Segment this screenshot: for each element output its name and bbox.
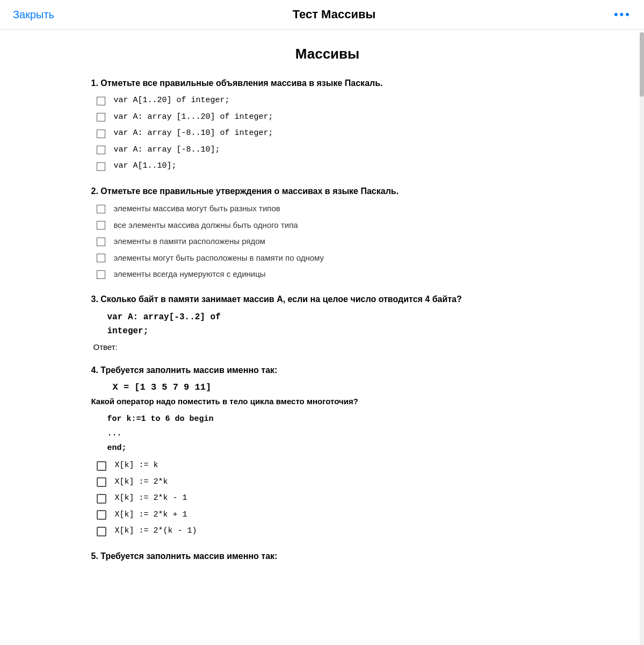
app-header: Закрыть Тест Массивы ••• <box>0 0 644 30</box>
question-5: 5. Требуется заполнить массив именно так… <box>91 550 564 562</box>
question-2-text: 2. Отметьте все правильные утверждения о… <box>91 185 564 197</box>
checkbox-q1o2[interactable] <box>97 113 105 121</box>
option-label: X[k] := 2*k - 1 <box>115 492 187 505</box>
checkbox-q4o4[interactable] <box>97 510 106 520</box>
option-label: элементы всегда нумеруются с единицы <box>114 268 266 281</box>
list-item: X[k] := 2*(k - 1) <box>97 525 564 538</box>
list-item: X[k] := k <box>97 460 564 472</box>
question-1-options: var A[1..20] of integer; var A: array [1… <box>97 95 564 173</box>
checkbox-q4o1[interactable] <box>97 461 106 471</box>
checkbox-q2o1[interactable] <box>97 205 105 213</box>
question-4-text: 4. Требуется заполнить массив именно так… <box>91 364 564 376</box>
checkbox-q1o3[interactable] <box>97 130 105 138</box>
checkbox-q4o5[interactable] <box>97 527 106 536</box>
main-content: Массивы 1. Отметьте все правильные объяв… <box>59 30 585 597</box>
more-options-button[interactable]: ••• <box>614 8 631 22</box>
quiz-title: Массивы <box>91 46 564 62</box>
scrollbar-thumb[interactable] <box>640 32 644 97</box>
checkbox-q2o3[interactable] <box>97 238 105 246</box>
checkbox-q2o5[interactable] <box>97 270 105 279</box>
for-loop-code: for k:=1 to 6 do begin ... end; <box>107 412 564 455</box>
question-3: 3. Сколько байт в памяти занимает массив… <box>91 293 564 352</box>
checkbox-q2o4[interactable] <box>97 254 105 262</box>
list-item: var A: array [-8..10] of integer; <box>97 127 564 140</box>
option-label: var A[1..10]; <box>114 160 177 173</box>
close-button[interactable]: Закрыть <box>13 9 54 21</box>
scrollbar-track <box>640 32 644 645</box>
question-4: 4. Требуется заполнить массив именно так… <box>91 364 564 537</box>
checkbox-q4o3[interactable] <box>97 494 106 504</box>
question-2: 2. Отметьте все правильные утверждения о… <box>91 185 564 281</box>
option-label: все элементы массива должны быть одного … <box>114 219 298 232</box>
list-item: X[k] := 2*k + 1 <box>97 509 564 521</box>
list-item: var A: array [-8..10]; <box>97 144 564 156</box>
option-label: X[k] := 2*k <box>115 476 168 489</box>
list-item: элементы массива могут быть разных типов <box>97 203 564 215</box>
option-label: var A: array [1...20] of integer; <box>114 111 273 124</box>
list-item: var A[1..20] of integer; <box>97 95 564 107</box>
option-label: элементы массива могут быть разных типов <box>114 203 280 215</box>
option-label: элементы могут быть расположены в памяти… <box>114 252 324 264</box>
list-item: элементы в памяти расположены рядом <box>97 235 564 248</box>
list-item: все элементы массива должны быть одного … <box>97 219 564 232</box>
list-item: элементы могут быть расположены в памяти… <box>97 252 564 264</box>
question-3-code: var A: array[-3..2] of integer; <box>107 311 564 338</box>
answer-label: Ответ: <box>93 342 564 352</box>
array-display: X = [1 3 5 7 9 11] <box>113 382 564 392</box>
checkbox-q1o1[interactable] <box>97 97 105 105</box>
checkbox-q1o5[interactable] <box>97 162 105 171</box>
question-5-text: 5. Требуется заполнить массив именно так… <box>91 550 564 562</box>
checkbox-q4o2[interactable] <box>97 477 106 487</box>
list-item: var A[1..10]; <box>97 160 564 173</box>
checkbox-q2o2[interactable] <box>97 221 105 230</box>
list-item: X[k] := 2*k <box>97 476 564 489</box>
option-label: var A: array [-8..10] of integer; <box>114 127 273 140</box>
option-label: X[k] := 2*(k - 1) <box>115 525 197 538</box>
option-label: X[k] := k <box>115 460 158 472</box>
page-title: Тест Массивы <box>54 8 614 22</box>
list-item: X[k] := 2*k - 1 <box>97 492 564 505</box>
question-2-options: элементы массива могут быть разных типов… <box>97 203 564 281</box>
question-4-subtext: Какой оператор надо поместить в тело цик… <box>91 396 564 408</box>
question-1: 1. Отметьте все правильные объявления ма… <box>91 77 564 173</box>
option-label: X[k] := 2*k + 1 <box>115 509 187 521</box>
list-item: var A: array [1...20] of integer; <box>97 111 564 124</box>
list-item: элементы всегда нумеруются с единицы <box>97 268 564 281</box>
question-3-text: 3. Сколько байт в памяти занимает массив… <box>91 293 564 305</box>
option-label: var A[1..20] of integer; <box>114 95 230 107</box>
question-4-options: X[k] := k X[k] := 2*k X[k] := 2*k - 1 X[… <box>97 460 564 538</box>
option-label: элементы в памяти расположены рядом <box>114 235 265 248</box>
checkbox-q1o4[interactable] <box>97 146 105 154</box>
option-label: var A: array [-8..10]; <box>114 144 220 156</box>
question-1-text: 1. Отметьте все правильные объявления ма… <box>91 77 564 89</box>
